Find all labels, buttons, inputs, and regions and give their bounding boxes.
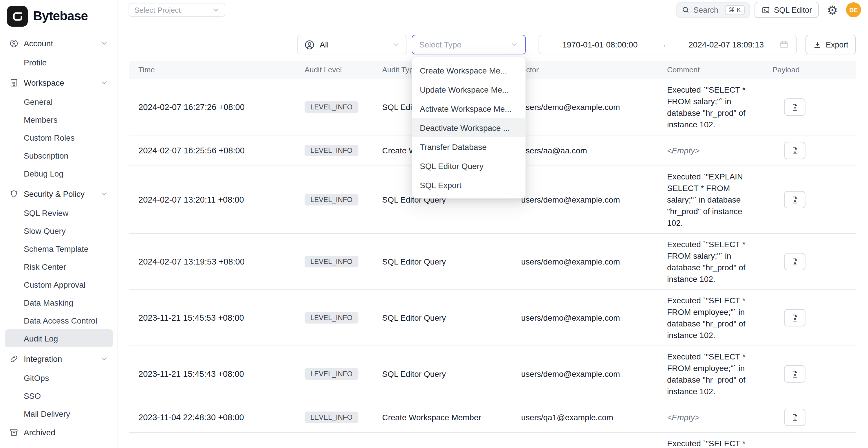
sidebar-item-integration[interactable]: Integration [5, 349, 113, 369]
payload-button[interactable] [784, 98, 805, 116]
sidebar-item-data-access-control[interactable]: Data Access Control [5, 311, 113, 329]
sidebar-item-audit-log[interactable]: Audit Log [5, 329, 113, 347]
payload-button[interactable] [784, 253, 805, 270]
file-text-icon [791, 257, 799, 266]
file-text-icon [791, 103, 799, 111]
sidebar-item-label: Subscription [24, 151, 68, 160]
sidebar-item-members[interactable]: Members [5, 110, 113, 128]
bytebase-logo-icon [7, 6, 28, 27]
dropdown-option-activate-workspace-member[interactable]: Activate Workspace Me... [412, 99, 525, 118]
sidebar-item-archived[interactable]: Archived [5, 422, 113, 442]
sidebar-item-account[interactable]: Account [5, 34, 113, 53]
cell-audit-level: LEVEL_INFO [295, 368, 373, 380]
search-icon [681, 6, 689, 14]
audit-level-badge: LEVEL_INFO [305, 412, 358, 423]
sidebar-item-profile[interactable]: Profile [5, 53, 113, 71]
brand-name: Bytebase [33, 9, 88, 24]
type-filter-select[interactable]: Select Type [412, 35, 526, 55]
sidebar-item-workspace[interactable]: Workspace [5, 73, 113, 93]
dropdown-option-sql-export[interactable]: SQL Export [412, 175, 525, 194]
export-button[interactable]: Export [805, 35, 856, 55]
dropdown-option-transfer-database[interactable]: Transfer Database [412, 137, 525, 156]
project-select[interactable]: Select Project [129, 3, 225, 17]
user-circle-icon [9, 39, 19, 48]
cell-payload [763, 191, 856, 209]
sidebar-item-label: Schema Template [24, 244, 89, 253]
sidebar-item-general[interactable]: General [5, 93, 113, 110]
cell-comment: Executed `"SELECT * FROM employee;"` in … [658, 290, 763, 346]
sidebar-item-subscription[interactable]: Subscription [5, 147, 113, 164]
dropdown-option-deactivate-workspace-member[interactable]: Deactivate Workspace ... [412, 118, 525, 137]
cell-actor: users/demo@example.com [512, 102, 658, 112]
sidebar-item-label: SSO [24, 391, 41, 400]
settings-gear-icon[interactable]: ⚙ [827, 4, 838, 16]
table-row: 2024-02-07 13:19:53 +08:00 LEVEL_INFO SQ… [129, 234, 856, 290]
audit-level-badge: LEVEL_INFO [305, 368, 358, 380]
actor-filter-select[interactable]: All [297, 35, 407, 55]
cell-audit-level: LEVEL_INFO [295, 194, 373, 205]
sidebar-section-label: Workspace [24, 78, 95, 87]
payload-button[interactable] [784, 409, 805, 426]
table-row: 2023-11-04 21:26:34 +08:00 LEVEL_INFO SQ… [129, 433, 856, 448]
brand-logo[interactable]: Bytebase [5, 5, 113, 32]
date-from-value: 1970-01-01 08:00:00 [547, 40, 653, 49]
payload-button[interactable] [784, 365, 805, 383]
sidebar-item-security-policy[interactable]: Security & Policy [5, 184, 113, 204]
sidebar-item-mail-delivery[interactable]: Mail Delivery [5, 405, 113, 422]
cell-time: 2023-11-04 22:48:30 +08:00 [129, 413, 295, 422]
sidebar-item-gitops[interactable]: GitOps [5, 369, 113, 387]
cell-audit-type: SQL Editor Query [373, 369, 512, 379]
payload-button[interactable] [784, 309, 805, 326]
sidebar-item-custom-roles[interactable]: Custom Roles [5, 128, 113, 147]
payload-button[interactable] [784, 191, 805, 209]
sidebar-item-sso[interactable]: SSO [5, 387, 113, 405]
sidebar-item-custom-approval[interactable]: Custom Approval [5, 276, 113, 293]
payload-button[interactable] [784, 142, 805, 159]
sidebar-item-label: Custom Approval [24, 280, 85, 289]
dropdown-option-sql-editor-query[interactable]: SQL Editor Query [412, 156, 525, 175]
sql-editor-label: SQL Editor [774, 5, 812, 14]
cell-time: 2023-11-21 15:45:53 +08:00 [129, 313, 295, 322]
sidebar-item-label: General [24, 97, 53, 106]
sidebar-item-label: Profile [24, 58, 46, 67]
audit-level-badge: LEVEL_INFO [305, 101, 358, 113]
sidebar-item-debug-log[interactable]: Debug Log [5, 164, 113, 182]
sidebar-item-label: Members [24, 115, 58, 124]
cell-audit-level: LEVEL_INFO [295, 412, 373, 423]
sidebar-item-label: Mail Delivery [24, 409, 70, 418]
cell-comment: Executed `"SELECT * FROM salary;"` in da… [658, 79, 763, 135]
sidebar: Bytebase Account Profile Workspace Gener… [0, 0, 118, 448]
sidebar-item-schema-template[interactable]: Schema Template [5, 239, 113, 258]
sidebar-item-slow-query[interactable]: Slow Query [5, 222, 113, 239]
building-icon [9, 78, 19, 87]
chevron-down-icon [212, 6, 219, 13]
sidebar-item-data-masking[interactable]: Data Masking [5, 293, 113, 311]
cell-comment: Executed `"SELECT * FROM department;"` i… [658, 433, 763, 448]
topbar: Select Project Search ⌘ K SQL Editor ⚙ D… [118, 0, 868, 20]
sidebar-item-sql-review[interactable]: SQL Review [5, 204, 113, 222]
cell-comment: Executed `"SELECT * FROM salary;"` in da… [658, 234, 763, 289]
cell-actor: users/demo@example.com [512, 195, 658, 204]
cell-audit-level: LEVEL_INFO [295, 256, 373, 267]
column-header-payload: Payload [763, 65, 856, 74]
chevron-down-icon [100, 39, 108, 47]
date-range-picker[interactable]: 1970-01-01 08:00:00 → 2024-02-07 18:09:1… [538, 35, 797, 55]
cell-actor: users/aa@aa.com [512, 146, 658, 155]
dropdown-option-update-workspace-member[interactable]: Update Workspace Me... [412, 80, 525, 99]
search-input[interactable]: Search ⌘ K [676, 2, 750, 18]
sidebar-item-risk-center[interactable]: Risk Center [5, 258, 113, 276]
cell-actor: users/demo@example.com [512, 313, 658, 322]
sql-editor-button[interactable]: SQL Editor [754, 2, 819, 18]
audit-level-badge: LEVEL_INFO [305, 145, 358, 156]
cell-audit-type: Create Workspace Member [373, 413, 512, 422]
cell-audit-level: LEVEL_INFO [295, 101, 373, 113]
cell-payload [763, 309, 856, 326]
project-select-value: Select Project [134, 5, 212, 14]
chevron-down-icon [392, 40, 400, 49]
date-to-value: 2024-02-07 18:09:13 [673, 40, 779, 49]
dropdown-option-create-workspace-member[interactable]: Create Workspace Me... [412, 61, 525, 80]
user-avatar[interactable]: DE [846, 2, 861, 18]
sidebar-item-label: GitOps [24, 373, 49, 382]
sidebar-item-label: Custom Roles [24, 133, 75, 142]
archive-icon [9, 428, 19, 437]
